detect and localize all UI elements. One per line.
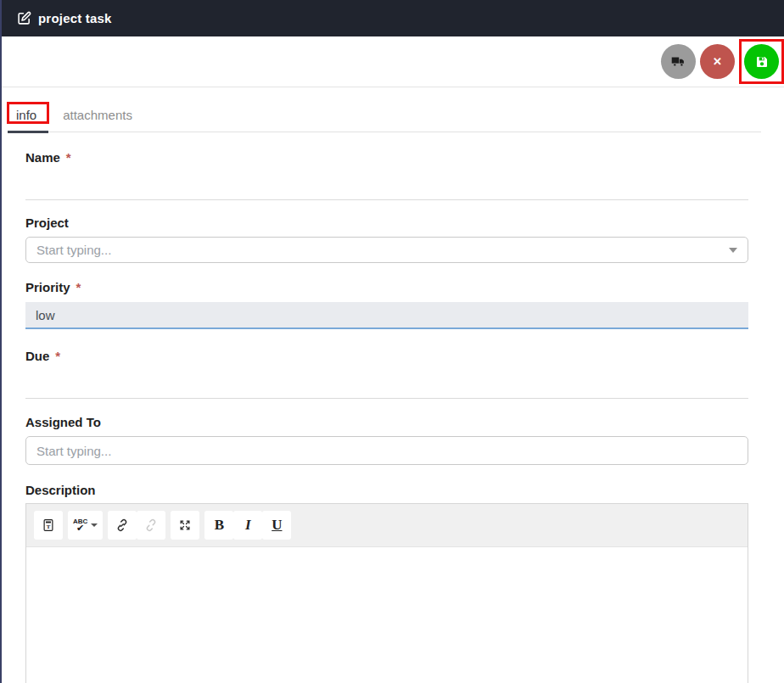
cancel-button[interactable]: ✕ (700, 44, 735, 79)
spellcheck-icon: ABC ✔ (73, 518, 87, 533)
description-editor-body[interactable] (26, 547, 748, 683)
paste-as-text-button[interactable]: T (34, 511, 63, 540)
description-editor: T ABC ✔ (25, 503, 748, 683)
due-label: Due * (25, 349, 748, 363)
edit-pencil-square-icon (17, 11, 31, 25)
tab-bar: info attachments (2, 87, 784, 132)
underline-icon: U (272, 517, 282, 534)
priority-label: Priority * (25, 280, 748, 294)
field-assigned-to: Assigned To (25, 415, 748, 465)
field-name: Name * (25, 150, 748, 200)
priority-value: low (36, 308, 55, 322)
page-title: project task (38, 11, 112, 25)
migrate-button[interactable] (661, 44, 696, 79)
bold-icon: B (215, 517, 224, 534)
info-tab-annotation-box (7, 102, 49, 124)
toolbar-group-paste: T (34, 511, 63, 540)
fullscreen-icon (177, 518, 193, 533)
project-task-window: project task ✕ (0, 0, 784, 683)
description-label: Description (25, 483, 748, 497)
toolbar-group-link (108, 511, 165, 540)
toolbar-group-fullscreen (171, 511, 199, 540)
fullscreen-button[interactable] (171, 511, 199, 540)
truck-icon (671, 54, 686, 69)
active-tab-indicator (8, 131, 48, 133)
save-button-annotation-box (739, 39, 784, 84)
svg-text:T: T (47, 523, 51, 529)
tab-info[interactable]: info (16, 103, 36, 132)
field-project: Project (25, 216, 748, 263)
required-marker: * (66, 150, 71, 165)
link-button[interactable] (108, 511, 137, 540)
unlink-button[interactable] (137, 511, 165, 540)
required-marker: * (76, 280, 81, 294)
toolbar-group-spellcheck: ABC ✔ (68, 511, 103, 540)
italic-icon: I (245, 517, 251, 534)
titlebar: project task (2, 0, 784, 36)
field-due: Due * (25, 349, 748, 399)
name-input[interactable] (25, 165, 748, 200)
bold-button[interactable]: B (204, 511, 233, 540)
field-description: Description T (25, 483, 748, 683)
close-icon: ✕ (713, 55, 722, 68)
unlink-icon (143, 518, 159, 533)
toolbar-group-format: B I U (204, 511, 291, 540)
caret-down-icon[interactable] (729, 248, 737, 253)
form-content: Name * Project Priority * low (2, 132, 784, 683)
actionbar: ✕ (2, 36, 784, 87)
field-priority: Priority * low (25, 280, 748, 329)
paste-as-text-icon: T (41, 518, 56, 533)
caret-down-icon (91, 523, 98, 527)
tab-attachments[interactable]: attachments (63, 103, 132, 132)
italic-button[interactable]: I (233, 511, 262, 540)
save-floppy-icon (755, 55, 769, 69)
tab-attachments-label: attachments (63, 108, 132, 122)
save-button[interactable] (744, 44, 779, 79)
project-label: Project (25, 216, 748, 230)
project-input[interactable] (25, 237, 748, 263)
due-input[interactable] (25, 363, 748, 399)
assigned-to-label: Assigned To (25, 415, 748, 429)
underline-button[interactable]: U (262, 511, 291, 540)
spellcheck-button[interactable]: ABC ✔ (68, 511, 103, 540)
name-label: Name * (25, 150, 748, 165)
assigned-to-input[interactable] (25, 436, 748, 465)
link-icon (115, 518, 130, 533)
priority-select[interactable]: low (25, 302, 748, 329)
editor-toolbar: T ABC ✔ (26, 504, 748, 547)
required-marker: * (55, 349, 60, 363)
